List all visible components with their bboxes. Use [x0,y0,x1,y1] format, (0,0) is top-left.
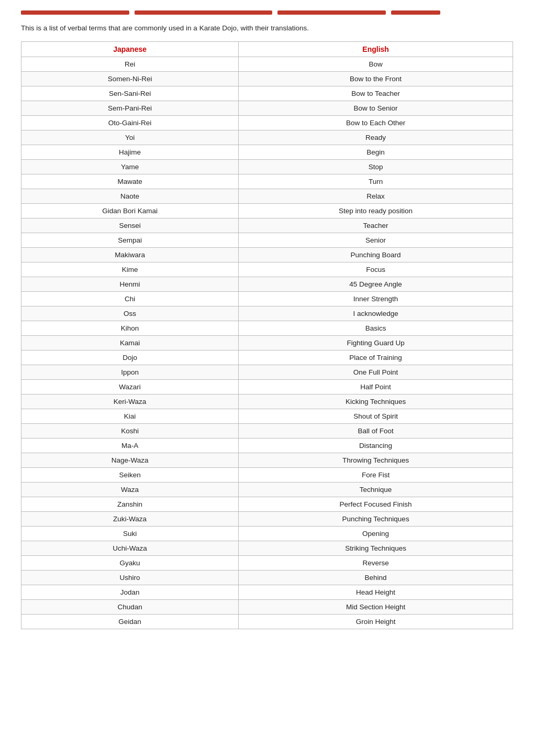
cell-japanese: Kamai [21,336,239,350]
cell-english: Half Point [239,380,513,395]
cell-japanese: Ma-A [21,439,239,453]
cell-japanese: Yoi [21,130,239,145]
cell-japanese: Jodan [21,585,239,600]
intro-text: This is a list of verbal terms that are … [21,24,513,32]
cell-japanese: Ippon [21,365,239,380]
table-row: GeidanGroin Height [21,615,513,629]
cell-english: Fore Fist [239,468,513,483]
table-row: Gidan Bori KamaiStep into ready position [21,204,513,218]
cell-english: Bow to Teacher [239,86,513,101]
cell-english: Distancing [239,439,513,453]
table-row: ZanshinPerfect Focused Finish [21,497,513,512]
cell-japanese: Oss [21,306,239,321]
cell-japanese: Oto-Gaini-Rei [21,116,239,130]
cell-japanese: Kime [21,262,239,277]
cell-japanese: Zanshin [21,497,239,512]
cell-japanese: Wazari [21,380,239,395]
cell-japanese: Sem-Pani-Rei [21,101,239,116]
table-row: Sen-Sani-ReiBow to Teacher [21,86,513,101]
table-row: KiaiShout of Spirit [21,409,513,424]
cell-japanese: Naote [21,189,239,204]
cell-japanese: Zuki-Waza [21,512,239,527]
cell-english: Senior [239,233,513,248]
table-row: Oto-Gaini-ReiBow to Each Other [21,116,513,130]
table-row: Zuki-WazaPunching Techniques [21,512,513,527]
cell-english: Turn [239,174,513,189]
col-header-japanese: Japanese [21,42,239,57]
table-row: KimeFocus [21,262,513,277]
cell-english: Technique [239,483,513,497]
cell-japanese: Mawate [21,174,239,189]
cell-japanese: Ushiro [21,571,239,585]
table-row: ChiInner Strength [21,292,513,306]
cell-english: Shout of Spirit [239,409,513,424]
cell-english: Focus [239,262,513,277]
table-row: Henmi45 Degree Angle [21,277,513,292]
cell-english: Bow to Each Other [239,116,513,130]
cell-english: Mid Section Height [239,600,513,615]
cell-japanese: Henmi [21,277,239,292]
cell-english: Throwing Techniques [239,453,513,468]
cell-japanese: Hajime [21,145,239,160]
table-row: ChudanMid Section Height [21,600,513,615]
cell-english: Place of Training [239,350,513,365]
cell-japanese: Gidan Bori Kamai [21,204,239,218]
col-header-english: English [239,42,513,57]
table-row: OssI acknowledge [21,306,513,321]
cell-japanese: Rei [21,57,239,72]
table-row: WazariHalf Point [21,380,513,395]
cell-english: Opening [239,527,513,541]
cell-english: Bow to Senior [239,101,513,116]
cell-japanese: Suki [21,527,239,541]
top-bar-seg4 [391,10,440,15]
table-row: Keri-WazaKicking Techniques [21,395,513,409]
table-row: SempaiSenior [21,233,513,248]
cell-english: I acknowledge [239,306,513,321]
cell-japanese: Uchi-Waza [21,541,239,556]
table-row: DojoPlace of Training [21,350,513,365]
cell-english: Head Height [239,585,513,600]
cell-japanese: Somen-Ni-Rei [21,72,239,86]
cell-english: One Full Point [239,365,513,380]
table-row: SenseiTeacher [21,218,513,233]
table-row: Uchi-WazaStriking Techniques [21,541,513,556]
cell-english: Bow [239,57,513,72]
cell-english: Ball of Foot [239,424,513,439]
cell-japanese: Kiai [21,409,239,424]
cell-japanese: Yame [21,160,239,174]
table-row: IpponOne Full Point [21,365,513,380]
table-row: JodanHead Height [21,585,513,600]
table-row: ReiBow [21,57,513,72]
table-row: GyakuReverse [21,556,513,571]
cell-english: Stop [239,160,513,174]
cell-english: Ready [239,130,513,145]
cell-japanese: Chi [21,292,239,306]
cell-english: Teacher [239,218,513,233]
top-bar [21,10,513,15]
cell-japanese: Keri-Waza [21,395,239,409]
table-row: KihonBasics [21,321,513,336]
cell-japanese: Waza [21,483,239,497]
cell-english: Relax [239,189,513,204]
cell-japanese: Geidan [21,615,239,629]
cell-japanese: Sen-Sani-Rei [21,86,239,101]
cell-english: 45 Degree Angle [239,277,513,292]
cell-english: Perfect Focused Finish [239,497,513,512]
cell-english: Step into ready position [239,204,513,218]
cell-japanese: Kihon [21,321,239,336]
table-row: YameStop [21,160,513,174]
cell-japanese: Koshi [21,424,239,439]
cell-japanese: Sempai [21,233,239,248]
cell-english: Behind [239,571,513,585]
table-row: WazaTechnique [21,483,513,497]
top-bar-seg1 [21,10,129,15]
cell-english: Groin Height [239,615,513,629]
cell-english: Basics [239,321,513,336]
table-row: MakiwaraPunching Board [21,248,513,262]
top-bar-seg2 [135,10,272,15]
cell-japanese: Dojo [21,350,239,365]
cell-japanese: Seiken [21,468,239,483]
table-row: Nage-WazaThrowing Techniques [21,453,513,468]
cell-japanese: Gyaku [21,556,239,571]
cell-english: Begin [239,145,513,160]
